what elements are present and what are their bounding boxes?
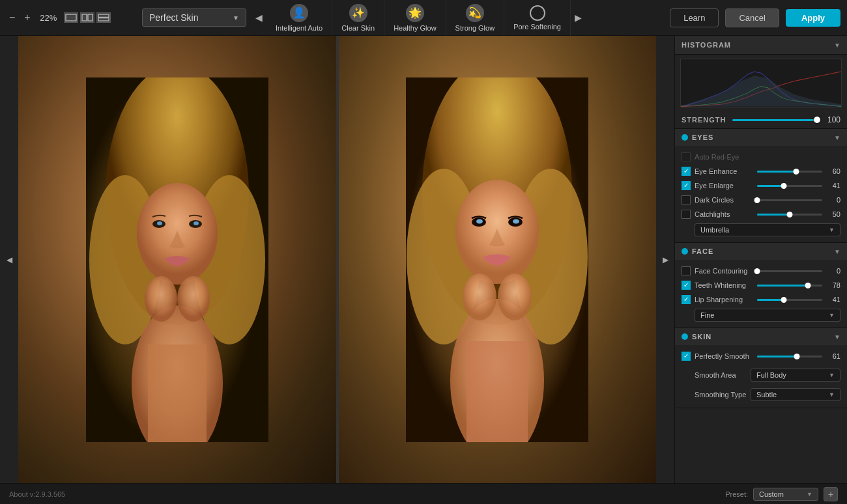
teeth-whitening-slider[interactable] <box>757 285 822 287</box>
perfectly-smooth-checkbox[interactable] <box>682 352 691 361</box>
lip-type-label: Fine <box>700 311 714 319</box>
face-body: Face Contouring 0 Teeth Whitening 78 <box>675 260 847 328</box>
view-split-icon[interactable] <box>80 12 94 23</box>
auto-red-eye-row: Auto Red-Eye <box>682 150 840 164</box>
preset-dropdown[interactable]: Perfect Skin ▼ <box>142 8 246 27</box>
preset-item-healthy-glow[interactable]: 🌟 Healthy Glow <box>384 0 446 36</box>
teeth-whitening-checkbox[interactable] <box>682 281 691 290</box>
skin-section: SKIN ▼ Perfectly Smooth 61 Smooth <box>675 328 847 408</box>
smooth-area-chevron: ▼ <box>829 372 835 378</box>
teeth-whitening-value: 78 <box>826 281 840 289</box>
dark-circles-row: Dark Circles 0 <box>682 193 840 207</box>
face-section: FACE ▼ Face Contouring 0 Teeth Wh <box>675 243 847 328</box>
preset-label-pore-softening: Pore Softening <box>513 23 561 31</box>
perfectly-smooth-slider[interactable] <box>757 356 822 357</box>
dark-circles-label: Dark Circles <box>695 196 753 204</box>
presets-next-button[interactable]: ▶ <box>571 0 586 36</box>
preset-item-intelligent-auto[interactable]: 👤 Intelligent Auto <box>266 0 332 36</box>
skin-section-header[interactable]: SKIN ▼ <box>675 328 847 345</box>
preset-dropdown-chevron: ▼ <box>233 14 239 21</box>
preset-add-button[interactable]: + <box>824 487 838 501</box>
right-panel: HISTOGRAM ▼ STRENGTH <box>674 36 847 483</box>
face-section-header[interactable]: FACE ▼ <box>675 243 847 260</box>
lip-type-dropdown[interactable]: Fine ▼ <box>695 309 840 322</box>
catchlights-slider[interactable] <box>757 214 822 216</box>
dark-circles-slider[interactable] <box>757 199 822 201</box>
processed-photo-panel <box>339 36 657 483</box>
pore-softening-icon <box>530 5 545 21</box>
svg-rect-4 <box>98 18 109 21</box>
zoom-out-button[interactable]: − <box>7 10 18 25</box>
lip-sharpening-checkbox[interactable] <box>682 295 691 304</box>
canvas-right-arrow[interactable]: ▶ <box>656 36 674 483</box>
dark-circles-checkbox[interactable] <box>682 195 691 204</box>
perfectly-smooth-label: Perfectly Smooth <box>695 352 753 360</box>
face-contouring-checkbox[interactable] <box>682 266 691 275</box>
main-area: ◀ <box>0 36 847 483</box>
preset-select-dropdown[interactable]: Custom ▼ <box>753 488 818 501</box>
cancel-button[interactable]: Cancel <box>725 8 779 27</box>
face-collapse-arrow[interactable]: ▼ <box>834 248 840 255</box>
smoothing-type-row: Smoothing Type Subtle ▼ <box>682 385 840 404</box>
eye-enlarge-checkbox[interactable] <box>682 181 691 190</box>
zoom-level: 22% <box>37 13 60 23</box>
histogram-chart <box>681 59 841 107</box>
face-title: FACE <box>692 247 830 255</box>
status-bar: About v:2.9.3.565 Preset: Custom ▼ + <box>0 483 847 504</box>
catchlights-type-dropdown[interactable]: Umbrella ▼ <box>695 223 840 236</box>
eyes-dot <box>682 134 688 141</box>
strength-label: STRENGTH <box>682 116 727 124</box>
smooth-area-row: Smooth Area Full Body ▼ <box>682 366 840 384</box>
strength-row: STRENGTH 100 <box>675 111 847 129</box>
view-compare-icon[interactable] <box>96 12 111 23</box>
eye-enhance-checkbox[interactable] <box>682 167 691 176</box>
preset-label-clear-skin: Clear Skin <box>341 24 375 32</box>
auto-red-eye-checkbox[interactable] <box>682 152 691 161</box>
smooth-area-label: Smooth Area <box>695 371 747 379</box>
preset-item-pore-softening[interactable]: Pore Softening <box>504 0 571 36</box>
catchlights-checkbox[interactable] <box>682 210 691 219</box>
preset-item-strong-glow[interactable]: 💫 Strong Glow <box>446 0 505 36</box>
eyes-collapse-arrow[interactable]: ▼ <box>834 134 840 141</box>
preset-item-clear-skin[interactable]: ✨ Clear Skin <box>332 0 384 36</box>
catchlights-label: Catchlights <box>695 210 753 218</box>
smoothing-type-dropdown[interactable]: Subtle ▼ <box>751 388 840 401</box>
lip-type-chevron: ▼ <box>829 312 835 318</box>
view-single-icon[interactable] <box>64 12 78 23</box>
skin-collapse-arrow[interactable]: ▼ <box>834 333 840 341</box>
processed-photo <box>339 36 657 483</box>
eyes-section-header[interactable]: EYES ▼ <box>675 129 847 146</box>
strength-thumb <box>814 117 820 123</box>
preset-bar-label: Preset: <box>725 490 748 498</box>
eyes-body: Auto Red-Eye Eye Enhance 60 Eye Enlarge <box>675 146 847 242</box>
svg-point-15 <box>194 221 199 225</box>
learn-button[interactable]: Learn <box>670 8 719 27</box>
toolbar-right: Learn Cancel Apply <box>670 8 840 27</box>
svg-rect-0 <box>66 14 76 21</box>
svg-point-17 <box>177 276 210 322</box>
face-contouring-value: 0 <box>826 267 840 275</box>
zoom-in-button[interactable]: + <box>22 10 33 25</box>
main-toolbar: − + 22% Perfect Skin ▼ ◀ 👤 Intelligent A… <box>0 0 847 36</box>
processed-portrait-svg <box>406 77 588 442</box>
presets-prev-button[interactable]: ◀ <box>251 0 266 36</box>
apply-button[interactable]: Apply <box>786 9 840 27</box>
perfectly-smooth-row: Perfectly Smooth 61 <box>682 349 840 363</box>
face-contouring-slider[interactable] <box>757 270 822 272</box>
lip-sharpening-slider[interactable] <box>757 299 822 301</box>
preset-label-strong-glow: Strong Glow <box>455 24 495 32</box>
eye-enhance-slider[interactable] <box>757 171 822 173</box>
svg-point-27 <box>476 219 483 223</box>
histogram-section-header: HISTOGRAM ▼ <box>675 36 847 55</box>
strength-slider[interactable] <box>732 119 817 121</box>
histogram-title: HISTOGRAM <box>682 41 731 49</box>
histogram-collapse-arrow[interactable]: ▼ <box>834 42 840 49</box>
svg-point-14 <box>157 221 162 225</box>
left-panel-arrow[interactable]: ◀ <box>0 36 18 483</box>
preset-select-chevron: ▼ <box>807 491 812 497</box>
smooth-area-dropdown[interactable]: Full Body ▼ <box>751 369 840 382</box>
eye-enlarge-slider[interactable] <box>757 185 822 187</box>
eye-enlarge-label: Eye Enlarge <box>695 182 753 189</box>
smoothing-type-chevron: ▼ <box>829 391 835 398</box>
intelligent-auto-icon: 👤 <box>290 4 308 22</box>
